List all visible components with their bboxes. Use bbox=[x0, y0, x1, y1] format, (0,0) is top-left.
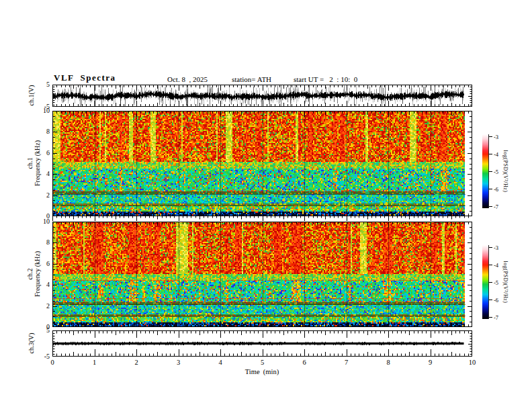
y-tick-label: 4 bbox=[30, 171, 50, 177]
ch1-voltage-axis-label: ch.1(V) bbox=[28, 85, 35, 106]
x-tick-label: 1 bbox=[87, 359, 103, 366]
colorbar-tick-label: -6 bbox=[494, 186, 504, 193]
y-tick-label: 10 bbox=[30, 218, 50, 225]
x-tick-label: 4 bbox=[212, 359, 228, 366]
colorbar-tick-mark bbox=[489, 154, 492, 154]
ch1-axis-label-line1: ch.1 bbox=[26, 140, 34, 186]
x-tick-label: 2 bbox=[128, 359, 144, 366]
colorbar-tick-label: -6 bbox=[494, 297, 504, 304]
colorbar-tick-label: -5 bbox=[494, 169, 504, 175]
y-tick-label: 2 bbox=[30, 192, 50, 199]
colorbar-tick-label: -7 bbox=[494, 314, 504, 321]
colorbar-ch1 bbox=[482, 134, 489, 208]
colorbar-tick-mark bbox=[489, 206, 492, 207]
ch2-spectrogram-canvas bbox=[52, 222, 472, 327]
x-tick-label: 5 bbox=[255, 359, 271, 366]
station-label: station= ATH bbox=[232, 75, 271, 84]
ch1-axis-label-line2: Frequency (kHz) bbox=[34, 140, 41, 186]
y-tick-label: 5 bbox=[30, 327, 50, 334]
colorbar-tick-mark bbox=[489, 282, 492, 283]
x-tick-label: 10 bbox=[464, 359, 480, 366]
ch3-waveform-canvas bbox=[52, 330, 472, 357]
colorbar-tick-mark bbox=[489, 136, 492, 137]
start-time-label: start UT = 2 : 10: 0 bbox=[294, 75, 357, 84]
colorbar-tick-label: -4 bbox=[494, 151, 504, 158]
x-tick-label: 6 bbox=[296, 359, 312, 366]
ch1-frequency-axis-label: ch.1 Frequency (kHz) bbox=[26, 140, 41, 186]
x-tick-label: 7 bbox=[339, 359, 355, 366]
colorbar-tick-label: -7 bbox=[494, 203, 504, 210]
y-tick-label: 2 bbox=[30, 303, 50, 310]
figure-title: VLF Spectra bbox=[54, 73, 116, 82]
colorbar-tick-mark bbox=[489, 317, 492, 318]
date-label: Oct. 8 , 2025 bbox=[167, 75, 208, 84]
colorbar-tick-mark bbox=[489, 300, 492, 300]
colorbar-tick-mark bbox=[489, 189, 492, 189]
ch2-frequency-axis-label: ch.2 Frequency (kHz) bbox=[26, 251, 41, 297]
colorbar-tick-mark bbox=[489, 265, 492, 265]
x-tick-label: 9 bbox=[423, 359, 439, 366]
y-tick-label: 8 bbox=[30, 239, 50, 246]
y-tick-label: 6 bbox=[30, 261, 50, 267]
ch1-waveform-canvas bbox=[52, 85, 472, 107]
x-tick-label: 3 bbox=[171, 359, 187, 366]
inter-panel-tick-strip bbox=[52, 216, 472, 222]
vlf-spectra-figure: VLF Spectra Oct. 8 , 2025 station= ATH s… bbox=[0, 0, 532, 411]
ch2-axis-label-line1: ch.2 bbox=[26, 251, 34, 297]
y-tick-label: -5 bbox=[30, 353, 50, 360]
ch3-voltage-axis-label: ch.3(V) bbox=[28, 333, 35, 354]
y-tick-label: 5 bbox=[30, 81, 50, 88]
x-tick-label: 8 bbox=[380, 359, 396, 366]
y-tick-label: 4 bbox=[30, 281, 50, 288]
x-tick-label: 0 bbox=[44, 359, 60, 366]
colorbar-tick-label: -5 bbox=[494, 279, 504, 286]
colorbar-tick-label: -3 bbox=[494, 134, 504, 140]
colorbar-tick-mark bbox=[489, 171, 492, 172]
y-tick-label: -5 bbox=[30, 103, 50, 110]
colorbar-ch2 bbox=[482, 245, 489, 319]
y-tick-label: 6 bbox=[30, 150, 50, 156]
colorbar-tick-label: -3 bbox=[494, 244, 504, 251]
time-axis-label: Time (min) bbox=[228, 369, 296, 375]
ch2-axis-label-line2: Frequency (kHz) bbox=[34, 251, 41, 297]
ch1-spectrogram-canvas bbox=[52, 111, 472, 216]
colorbar-tick-mark bbox=[489, 247, 492, 248]
colorbar-tick-label: -4 bbox=[494, 262, 504, 269]
y-tick-label: 8 bbox=[30, 128, 50, 135]
